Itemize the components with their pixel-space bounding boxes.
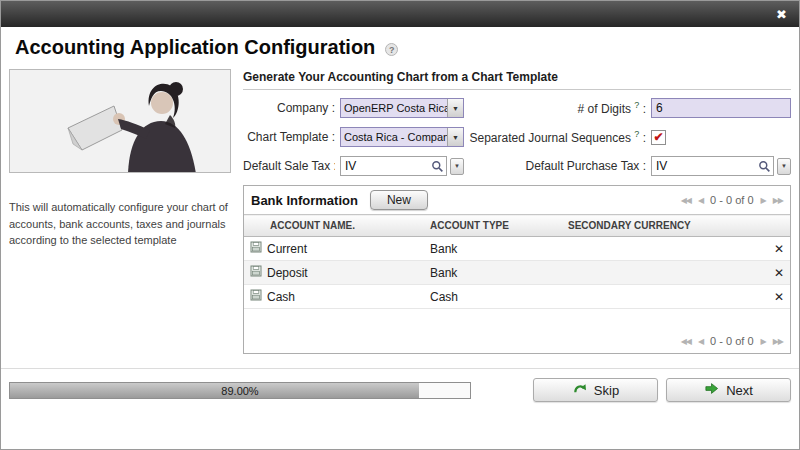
bank-information-title: Bank Information — [251, 193, 358, 208]
close-icon[interactable]: ✖ — [776, 8, 787, 21]
chart-template-select[interactable]: Costa Rica - Company ▼ — [340, 127, 464, 147]
left-panel: This will automatically configure your c… — [9, 69, 233, 354]
megaphone-photo — [9, 69, 231, 173]
title-help-icon: ? — [385, 43, 398, 56]
sale-tax-label: Default Sale Tax : — [243, 159, 335, 173]
search-icon[interactable] — [431, 159, 444, 177]
separated-journal-label: Separated Journal Sequences ? : — [469, 129, 646, 145]
table-row[interactable]: Cash Cash ✕ — [244, 285, 790, 309]
bank-information-header: Bank Information New ◀◀ ◀ 0 - 0 of 0 ▶ ▶… — [244, 186, 790, 214]
chart-template-label: Chart Template : — [243, 130, 335, 144]
delete-row-icon[interactable]: ✕ — [766, 261, 790, 285]
progress-text: 89.00% — [10, 383, 470, 398]
separated-journal-field: ✔ — [651, 130, 791, 145]
bank-information-panel: Bank Information New ◀◀ ◀ 0 - 0 of 0 ▶ ▶… — [243, 185, 791, 354]
record-icon — [250, 265, 262, 280]
delete-row-icon[interactable]: ✕ — [766, 285, 790, 309]
pager-next-icon[interactable]: ▶ — [761, 337, 766, 346]
chevron-down-icon[interactable]: ▼ — [777, 158, 791, 175]
pager-prev-icon[interactable]: ◀ — [698, 337, 703, 346]
purchase-tax-input[interactable] — [651, 156, 774, 176]
column-header-account-name[interactable]: ACCOUNT NAME. — [244, 215, 424, 237]
chevron-down-icon[interactable]: ▼ — [447, 128, 463, 146]
content: This will automatically configure your c… — [1, 61, 799, 354]
page-heading: Accounting Application Configuration ? — [1, 27, 799, 61]
skip-icon — [572, 381, 587, 399]
table-row[interactable]: Deposit Bank ✕ — [244, 261, 790, 285]
digits-label: # of Digits ? : — [469, 100, 646, 116]
skip-button[interactable]: Skip — [533, 378, 658, 402]
separated-journal-checkbox[interactable]: ✔ — [651, 130, 666, 145]
record-icon — [250, 241, 262, 256]
pager-bottom: ◀◀ ◀ 0 - 0 of 0 ▶ ▶▶ — [681, 335, 783, 347]
pager-prev-icon[interactable]: ◀ — [698, 196, 703, 205]
progress-bar: 89.00% — [9, 382, 471, 399]
record-icon — [250, 289, 262, 304]
pager-first-icon[interactable]: ◀◀ — [681, 196, 691, 205]
next-button[interactable]: Next — [666, 378, 791, 402]
section-title: Generate Your Accounting Chart from a Ch… — [243, 69, 791, 90]
pager-count: 0 - 0 of 0 — [710, 335, 753, 347]
chevron-down-icon[interactable]: ▼ — [450, 158, 464, 175]
digits-input[interactable] — [651, 98, 791, 118]
page-title: Accounting Application Configuration — [15, 36, 375, 59]
description-text: This will automatically configure your c… — [9, 199, 233, 249]
bank-information-footer: ◀◀ ◀ 0 - 0 of 0 ▶ ▶▶ — [244, 331, 790, 353]
search-icon[interactable] — [758, 159, 771, 177]
purchase-tax-label: Default Purchase Tax : — [469, 159, 646, 173]
company-select-value: OpenERP Costa Rica — [341, 99, 447, 117]
bank-accounts-table: ACCOUNT NAME. ACCOUNT TYPE SECONDARY CUR… — [244, 214, 790, 309]
purchase-tax-field: ▼ — [651, 156, 791, 176]
chevron-down-icon[interactable]: ▼ — [447, 99, 463, 117]
pager-count: 0 - 0 of 0 — [710, 194, 753, 206]
form-panel: Generate Your Accounting Chart from a Ch… — [243, 69, 791, 354]
check-icon: ✔ — [653, 130, 663, 144]
column-header-delete — [766, 215, 790, 237]
table-row[interactable]: Current Bank ✕ — [244, 237, 790, 261]
chart-template-select-value: Costa Rica - Company — [341, 128, 447, 146]
wizard-footer: 89.00% Skip Next — [1, 368, 799, 410]
sale-tax-field: ▼ — [340, 156, 464, 176]
pager-last-icon[interactable]: ▶▶ — [773, 337, 783, 346]
delete-row-icon[interactable]: ✕ — [766, 237, 790, 261]
company-label: Company : — [243, 101, 335, 115]
pager-first-icon[interactable]: ◀◀ — [681, 337, 691, 346]
wizard-window: ✖ Accounting Application Configuration ? — [0, 0, 800, 450]
next-arrow-icon — [704, 381, 719, 399]
column-header-account-type[interactable]: ACCOUNT TYPE — [424, 215, 562, 237]
column-header-secondary-currency[interactable]: SECONDARY CURRENCY — [562, 215, 766, 237]
new-button[interactable]: New — [370, 190, 428, 210]
title-bar: ✖ — [1, 1, 799, 27]
bank-panel-spacer — [244, 309, 790, 331]
pager-next-icon[interactable]: ▶ — [761, 196, 766, 205]
pager-last-icon[interactable]: ▶▶ — [773, 196, 783, 205]
pager-top: ◀◀ ◀ 0 - 0 of 0 ▶ ▶▶ — [681, 194, 783, 206]
form-grid: Company : OpenERP Costa Rica ▼ # of Digi… — [243, 98, 791, 176]
company-select[interactable]: OpenERP Costa Rica ▼ — [340, 98, 464, 118]
